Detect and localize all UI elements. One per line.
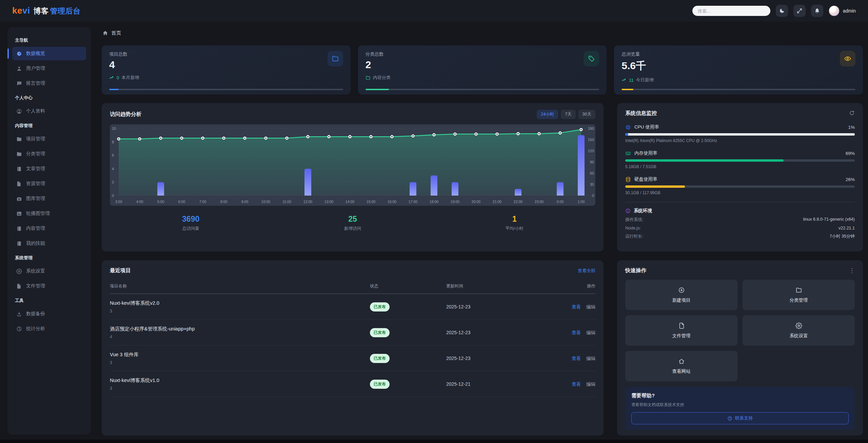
- edit-link[interactable]: 编辑: [586, 304, 595, 309]
- system-env-title: 系统环境: [625, 208, 855, 214]
- status-badge: 已发布: [370, 302, 390, 311]
- svg-text:30: 30: [590, 182, 594, 186]
- sidebar-item-message-management[interactable]: 留言管理: [12, 77, 86, 90]
- gear-icon: [16, 268, 22, 274]
- disk-detail: 30.1GB / 117.99GB: [625, 190, 855, 195]
- file-icon: [678, 322, 685, 329]
- svg-text:10: 10: [112, 126, 116, 130]
- svg-text:15:00: 15:00: [367, 200, 375, 204]
- system-settings-button[interactable]: 系统设置: [743, 315, 855, 346]
- tab-30d[interactable]: 30天: [578, 110, 595, 119]
- svg-text:14:00: 14:00: [346, 200, 354, 204]
- moon-icon: [779, 8, 785, 14]
- sidebar-item-category-management[interactable]: 分类管理: [12, 147, 86, 161]
- view-website-button[interactable]: 查看网站: [625, 351, 737, 381]
- edit-link[interactable]: 编辑: [586, 330, 595, 335]
- cpu-icon: [625, 124, 631, 130]
- cpu-usage-value: 1%: [848, 125, 855, 130]
- svg-text:23:00: 23:00: [535, 200, 544, 204]
- svg-text:13:00: 13:00: [324, 200, 333, 204]
- notifications-button[interactable]: [811, 5, 823, 17]
- file-management-button[interactable]: 文件管理: [625, 315, 737, 346]
- fullscreen-button[interactable]: [793, 5, 806, 17]
- svg-text:120: 120: [588, 149, 594, 153]
- sidebar-item-gallery-management[interactable]: 图库管理: [12, 192, 86, 205]
- sidebar-item-content-management[interactable]: 内容管理: [12, 222, 86, 235]
- sidebar-item-my-skills[interactable]: 我的技能: [12, 237, 86, 250]
- sidebar-item-dashboard-overview[interactable]: 数据概览: [12, 47, 86, 60]
- stat-cards-row: 项目总数 4 0 本月新增 分类总数 2 内容分类 总浏览量 5.6千 11 今…: [102, 45, 863, 95]
- svg-text:1:00: 1:00: [578, 200, 585, 204]
- tab-24h[interactable]: 24小时: [537, 110, 558, 119]
- status-badge: 已发布: [370, 380, 390, 389]
- status-badge: 已发布: [370, 328, 390, 337]
- dashboard-icon: [16, 51, 22, 57]
- sidebar-section-personal: 个人中心: [15, 95, 83, 101]
- summary-new-visits: 25 新增访问: [272, 215, 433, 231]
- table-header-row: 项目名称 状态 更新时间 操作: [110, 279, 595, 294]
- app-logo: kevi 博客 管理后台: [12, 5, 81, 16]
- edit-link[interactable]: 编辑: [586, 382, 595, 387]
- help-description: 查看帮助文档或联系技术支持: [631, 402, 849, 408]
- contact-support-button[interactable]: 联系支持: [631, 412, 849, 424]
- projects-table: 项目名称 状态 更新时间 操作 Nuxt-kevi博客系统v2.03 已发布 2…: [110, 279, 595, 397]
- sidebar-item-user-management[interactable]: 用户管理: [12, 62, 86, 75]
- edit-link[interactable]: 编辑: [586, 356, 595, 361]
- view-link[interactable]: 查看: [572, 304, 581, 309]
- svg-text:10:00: 10:00: [261, 200, 270, 204]
- image-icon: [16, 211, 22, 217]
- table-row: Vue 3 组件库3 已发布 2025-12-23 查看编辑: [110, 345, 595, 371]
- avatar[interactable]: [829, 5, 840, 16]
- sidebar-item-carousel-management[interactable]: 轮播图管理: [12, 207, 86, 220]
- divider: [625, 202, 855, 202]
- eye-icon: [844, 55, 851, 62]
- sidebar-item-file-management[interactable]: 文件管理: [12, 279, 86, 293]
- view-link[interactable]: 查看: [572, 330, 581, 335]
- help-card: 需要帮助? 查看帮助文档或联系技术支持 联系支持: [625, 387, 855, 430]
- refresh-button[interactable]: [849, 110, 855, 117]
- tag-icon: [588, 55, 595, 62]
- category-management-button[interactable]: 分类管理: [743, 280, 855, 310]
- breadcrumb-home: 首页: [111, 30, 121, 36]
- disk-usage-metric: 硬盘使用率 26% 30.1GB / 117.99GB: [625, 176, 855, 195]
- view-all-link[interactable]: 查看全部: [578, 268, 595, 274]
- question-circle-icon: [727, 416, 732, 421]
- comment-icon: [16, 81, 22, 86]
- search-input[interactable]: [692, 6, 770, 16]
- breadcrumb[interactable]: 首页: [102, 30, 121, 36]
- theme-toggle-button[interactable]: [776, 5, 788, 17]
- sidebar-item-resource-management[interactable]: 资源管理: [12, 177, 86, 190]
- sidebar-item-data-backup[interactable]: 数据备份: [12, 307, 86, 321]
- kebab-menu-icon[interactable]: ⋮: [849, 268, 855, 274]
- svg-text:19:00: 19:00: [451, 200, 459, 204]
- stat-card-total-views: 总浏览量 5.6千 11 今日新增: [614, 45, 863, 95]
- sidebar-item-statistics-analysis[interactable]: 统计分析: [12, 322, 86, 336]
- quick-actions-title: 快速操作: [625, 267, 646, 274]
- svg-text:3:00: 3:00: [115, 200, 122, 204]
- memory-usage-metric: 内存使用率 69% 5.18GB / 7.51GB: [625, 150, 855, 169]
- folder-icon: [332, 55, 339, 62]
- file-icon: [16, 283, 22, 289]
- stat-card-categories: 分类总数 2 内容分类: [358, 45, 607, 95]
- sidebar-item-project-management[interactable]: 项目管理: [12, 132, 86, 146]
- sidebar-item-system-settings[interactable]: 系统设置: [12, 264, 86, 278]
- sidebar-item-article-management[interactable]: 文章管理: [12, 162, 86, 176]
- database-icon: [625, 177, 631, 182]
- trend-panel-title: 访问趋势分析: [110, 111, 141, 118]
- tab-7d[interactable]: 7天: [561, 110, 575, 119]
- svg-text:8:00: 8:00: [220, 200, 228, 204]
- view-link[interactable]: 查看: [572, 382, 581, 387]
- svg-text:180: 180: [588, 126, 594, 130]
- view-link[interactable]: 查看: [572, 356, 581, 361]
- svg-text:22:00: 22:00: [514, 200, 522, 204]
- stat-card-projects: 项目总数 4 0 本月新增: [102, 45, 351, 95]
- svg-text:9:00: 9:00: [241, 200, 249, 204]
- svg-text:11:00: 11:00: [282, 200, 291, 204]
- svg-text:6: 6: [112, 153, 114, 157]
- file-icon: [16, 181, 22, 187]
- trend-range-tabs: 24小时 7天 30天: [537, 110, 595, 119]
- sidebar-item-profile[interactable]: 个人资料: [12, 104, 86, 118]
- info-icon: [625, 208, 631, 214]
- book-icon: [16, 226, 22, 231]
- new-project-button[interactable]: 新建项目: [625, 280, 737, 310]
